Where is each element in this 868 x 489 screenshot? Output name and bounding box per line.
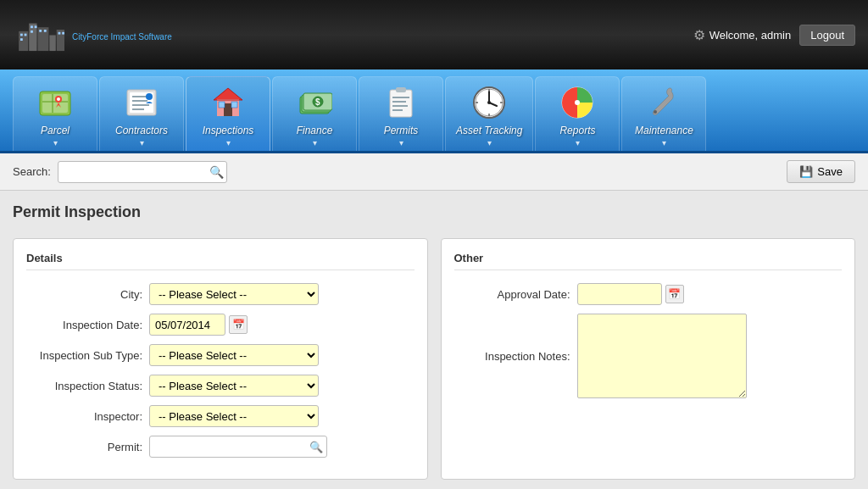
- logo-area: CityForce Impact Software: [13, 8, 172, 63]
- svg-rect-39: [390, 90, 412, 117]
- nav-item-maintenance[interactable]: Maintenance ▾: [621, 76, 706, 151]
- logo-icon: [13, 8, 72, 63]
- permit-input[interactable]: [149, 436, 327, 458]
- toolbar: Search: 🔍 💾 Save: [0, 153, 868, 191]
- svg-rect-6: [25, 33, 27, 36]
- inspection-date-input[interactable]: [149, 314, 225, 336]
- header-right: ⚙ Welcome, admin Logout: [693, 25, 855, 46]
- save-label: Save: [817, 165, 843, 178]
- search-input[interactable]: [58, 161, 227, 183]
- nav-item-parcel[interactable]: Parcel ▾: [13, 76, 97, 151]
- svg-rect-41: [392, 97, 409, 98]
- nav-item-reports[interactable]: Reports ▾: [535, 76, 620, 151]
- nav-arrow-asset-tracking: ▾: [487, 138, 492, 147]
- nav-label-parcel: Parcel: [41, 125, 70, 136]
- page-title: Permit Inspection: [13, 203, 855, 221]
- svg-rect-13: [58, 31, 61, 34]
- nav-label-permits: Permits: [384, 125, 419, 136]
- svg-point-49: [487, 101, 491, 104]
- svg-rect-11: [39, 30, 42, 32]
- svg-rect-3: [49, 35, 55, 51]
- svg-point-55: [575, 100, 580, 105]
- svg-rect-32: [219, 102, 225, 108]
- city-select[interactable]: -- Please Select --: [149, 283, 319, 305]
- nav-item-inspections[interactable]: Inspections ▾: [186, 76, 270, 151]
- main-content: Permit Inspection Details City: -- Pleas…: [0, 191, 868, 489]
- nav-arrow-maintenance: ▾: [662, 138, 666, 147]
- other-legend: Other: [454, 252, 843, 270]
- permits-icon: [382, 84, 420, 121]
- svg-rect-0: [19, 31, 28, 50]
- nav-bar: Parcel ▾ Contractors ▾: [0, 69, 868, 153]
- nav-item-permits[interactable]: Permits ▾: [359, 76, 443, 151]
- inspection-notes-textarea[interactable]: [577, 314, 747, 398]
- inspection-notes-row: Inspection Notes:: [454, 314, 843, 398]
- nav-item-asset-tracking[interactable]: Asset Tracking ▾: [445, 76, 533, 151]
- approval-date-input[interactable]: [577, 283, 662, 305]
- inspection-status-row: Inspection Status: -- Please Select --: [26, 375, 415, 397]
- welcome-area: ⚙ Welcome, admin: [693, 27, 792, 43]
- svg-rect-26: [132, 108, 144, 110]
- logout-button[interactable]: Logout: [799, 25, 855, 46]
- inspector-label: Inspector:: [26, 410, 149, 423]
- reports-icon: [559, 84, 596, 121]
- svg-point-56: [654, 110, 657, 114]
- city-row: City: -- Please Select --: [26, 283, 415, 305]
- svg-rect-43: [392, 105, 408, 107]
- nav-arrow-parcel: ▾: [53, 138, 58, 147]
- nav-label-maintenance: Maintenance: [635, 125, 693, 136]
- permit-search-icon[interactable]: 🔍: [309, 441, 323, 453]
- permit-wrap: 🔍: [149, 436, 327, 458]
- logo-text: CityForce Impact Software: [72, 32, 172, 42]
- svg-rect-14: [62, 31, 64, 34]
- nav-item-finance[interactable]: $ Finance ▾: [272, 76, 357, 151]
- city-label: City:: [26, 288, 149, 301]
- svg-rect-33: [231, 102, 237, 108]
- inspection-date-row: Inspection Date: 📅: [26, 314, 415, 336]
- svg-rect-25: [132, 104, 149, 106]
- svg-rect-16: [42, 94, 68, 113]
- details-panel: Details City: -- Please Select -- Inspec…: [13, 238, 428, 480]
- inspection-date-calendar-button[interactable]: 📅: [229, 315, 248, 334]
- contractors-icon: [123, 84, 160, 121]
- svg-rect-42: [392, 101, 406, 103]
- inspection-date-wrap: 📅: [149, 314, 248, 336]
- inspection-sub-type-select[interactable]: -- Please Select --: [149, 344, 319, 366]
- search-icon[interactable]: 🔍: [209, 165, 224, 179]
- gear-icon: ⚙: [693, 27, 705, 43]
- finance-icon: $: [296, 84, 333, 121]
- details-legend: Details: [26, 252, 415, 270]
- svg-rect-5: [20, 33, 23, 36]
- other-panel: Other Approval Date: 📅 Inspection Notes:: [441, 238, 856, 480]
- svg-rect-9: [35, 25, 37, 28]
- nav-arrow-finance: ▾: [313, 138, 317, 147]
- save-button[interactable]: 💾 Save: [787, 160, 855, 183]
- parcel-icon: [36, 84, 74, 121]
- nav-arrow-reports: ▾: [576, 138, 580, 147]
- search-label: Search:: [13, 165, 51, 178]
- inspector-row: Inspector: -- Please Select --: [26, 405, 415, 427]
- nav-arrow-permits: ▾: [399, 138, 403, 147]
- search-area: Search: 🔍: [13, 161, 227, 183]
- search-input-wrap: 🔍: [58, 161, 227, 183]
- nav-arrow-contractors: ▾: [140, 138, 144, 147]
- nav-label-asset-tracking: Asset Tracking: [456, 125, 522, 136]
- svg-rect-40: [396, 87, 406, 92]
- maintenance-icon: [645, 84, 682, 121]
- approval-date-row: Approval Date: 📅: [454, 283, 843, 305]
- nav-item-contractors[interactable]: Contractors ▾: [99, 76, 184, 151]
- svg-text:$: $: [315, 97, 320, 107]
- asset-tracking-icon: [470, 84, 508, 121]
- svg-rect-7: [20, 38, 23, 41]
- svg-rect-44: [392, 109, 403, 111]
- approval-date-calendar-button[interactable]: 📅: [665, 285, 684, 303]
- nav-label-contractors: Contractors: [115, 125, 168, 136]
- inspector-select[interactable]: -- Please Select --: [149, 405, 319, 427]
- inspection-status-select[interactable]: -- Please Select --: [149, 375, 319, 397]
- approval-date-label: Approval Date:: [454, 288, 577, 301]
- permit-row: Permit: 🔍: [26, 436, 415, 458]
- svg-rect-24: [132, 100, 147, 102]
- inspection-date-label: Inspection Date:: [26, 319, 149, 331]
- nav-arrow-inspections: ▾: [226, 138, 231, 147]
- nav-label-finance: Finance: [297, 125, 333, 136]
